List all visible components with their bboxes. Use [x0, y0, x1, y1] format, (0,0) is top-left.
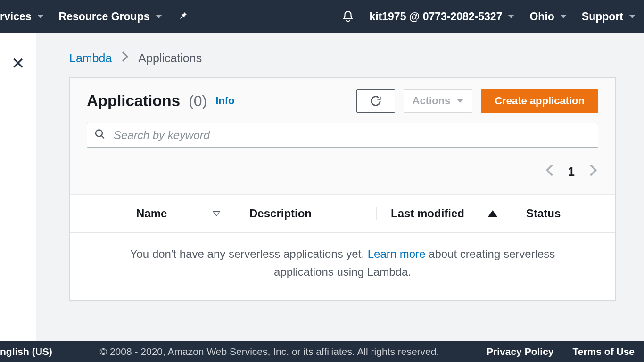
sort-asc-icon — [488, 210, 497, 217]
side-panel: ✕ — [0, 33, 36, 341]
column-last-modified[interactable]: Last modified — [376, 207, 512, 220]
nav-account[interactable]: kit1975 @ 0773-2082-5327 — [369, 10, 514, 23]
close-icon[interactable]: ✕ — [11, 54, 25, 73]
privacy-policy-link[interactable]: Privacy Policy — [487, 346, 553, 357]
title-row: Applications (0) Info Actions Create app… — [87, 89, 598, 113]
column-name-label: Name — [136, 207, 167, 220]
nav-services-label: rvices — [0, 10, 32, 23]
caret-down-icon — [37, 15, 44, 18]
caret-down-icon — [156, 15, 162, 18]
create-application-button[interactable]: Create application — [481, 89, 598, 113]
column-last-modified-label: Last modified — [391, 207, 464, 220]
actions-button[interactable]: Actions — [404, 89, 473, 113]
main-content: Lambda Applications Applications (0) Inf… — [36, 33, 644, 341]
applications-count: (0) — [189, 92, 207, 110]
svg-line-1 — [101, 136, 104, 139]
sort-desc-icon — [212, 211, 221, 216]
page-number: 1 — [568, 165, 575, 179]
svg-point-0 — [96, 130, 102, 137]
column-status[interactable]: Status — [512, 207, 615, 220]
refresh-button[interactable] — [356, 89, 395, 113]
breadcrumb-lambda[interactable]: Lambda — [69, 51, 112, 65]
nav-support-label: Support — [582, 10, 623, 23]
page-next-button[interactable] — [589, 164, 597, 180]
nav-resource-groups-label: Resource Groups — [59, 10, 150, 23]
actions-label: Actions — [413, 95, 451, 107]
global-nav: rvices Resource Groups kit1975 @ 0773-20… — [0, 0, 644, 33]
search-icon — [94, 129, 106, 142]
nav-services[interactable]: rvices — [0, 10, 44, 23]
empty-state: You don't have any serverless applicatio… — [70, 232, 615, 300]
column-description-label: Description — [249, 207, 312, 220]
pagination: 1 — [87, 164, 598, 180]
nav-resource-groups[interactable]: Resource Groups — [59, 10, 162, 23]
terms-of-use-link[interactable]: Terms of Use — [573, 346, 635, 357]
nav-account-label: kit1975 @ 0773-2082-5327 — [369, 10, 502, 23]
page-title: Applications — [87, 92, 180, 110]
column-status-label: Status — [526, 207, 561, 220]
learn-more-link[interactable]: Learn more — [368, 247, 426, 260]
applications-table: Name Description Last modified Status Yo… — [70, 195, 615, 300]
info-link[interactable]: Info — [215, 95, 234, 107]
search-input[interactable] — [87, 123, 598, 148]
nav-region[interactable]: Ohio — [529, 10, 566, 23]
caret-down-icon — [508, 15, 514, 18]
breadcrumb: Lambda Applications — [69, 51, 616, 65]
column-name[interactable]: Name — [122, 207, 235, 220]
language-selector[interactable]: nglish (US) — [0, 346, 52, 357]
search-row — [87, 123, 598, 148]
page-prev-button[interactable] — [545, 164, 554, 180]
footer: nglish (US) © 2008 - 2020, Amazon Web Se… — [0, 341, 644, 362]
nav-support[interactable]: Support — [582, 10, 636, 23]
nav-region-label: Ohio — [529, 10, 554, 23]
caret-down-icon — [560, 15, 567, 18]
pin-icon[interactable] — [177, 11, 189, 22]
column-description[interactable]: Description — [235, 207, 376, 220]
caret-down-icon — [457, 99, 463, 103]
chevron-right-icon — [121, 51, 129, 65]
breadcrumb-current: Applications — [138, 51, 202, 65]
refresh-icon — [369, 94, 382, 107]
notifications-icon[interactable] — [342, 9, 354, 24]
panel-header: Applications (0) Info Actions Create app… — [70, 78, 615, 195]
empty-text-pre: You don't have any serverless applicatio… — [130, 247, 368, 260]
table-header: Name Description Last modified Status — [70, 195, 615, 232]
footer-copyright: © 2008 - 2020, Amazon Web Services, Inc.… — [71, 346, 468, 357]
create-application-label: Create application — [495, 95, 585, 107]
applications-panel: Applications (0) Info Actions Create app… — [69, 77, 616, 301]
caret-down-icon — [629, 15, 636, 18]
